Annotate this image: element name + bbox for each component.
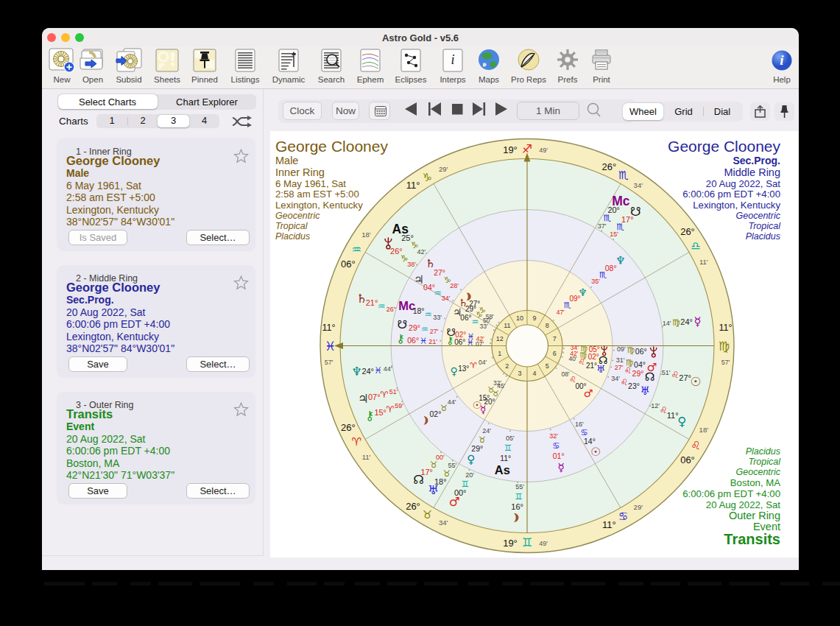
svg-text:26°: 26° <box>406 501 420 512</box>
svg-text:21': 21' <box>428 338 437 345</box>
svg-text:24°: 24° <box>680 317 693 326</box>
svg-text:♉: ♉ <box>492 389 499 398</box>
svg-text:♌: ♌ <box>660 405 668 415</box>
svg-text:07°: 07° <box>368 393 381 401</box>
svg-text:♒: ♒ <box>471 317 479 327</box>
svg-text:⚷: ⚷ <box>365 409 374 423</box>
svg-text:27': 27' <box>615 364 624 371</box>
svg-text:34': 34' <box>634 181 643 189</box>
svg-text:♒: ♒ <box>378 301 386 312</box>
svg-text:01°: 01° <box>553 451 565 460</box>
svg-text:02°: 02° <box>588 353 599 361</box>
svg-text:34': 34' <box>571 344 579 351</box>
svg-text:♂: ♂ <box>647 361 657 374</box>
svg-text:15°: 15° <box>374 408 387 417</box>
svg-text:♈: ♈ <box>470 361 477 370</box>
svg-text:23°: 23° <box>628 381 640 390</box>
svg-text:33': 33' <box>433 314 442 321</box>
svg-text:59': 59' <box>395 402 403 409</box>
svg-text:14°: 14° <box>584 437 596 446</box>
svg-text:34': 34' <box>611 375 620 382</box>
svg-text:12': 12' <box>651 402 660 409</box>
svg-text:♉: ♉ <box>442 468 451 479</box>
svg-text:55': 55' <box>515 483 524 490</box>
svg-text:♊: ♊ <box>504 443 512 453</box>
svg-text:♒: ♒ <box>434 288 442 298</box>
svg-text:☋: ☋ <box>398 318 408 331</box>
svg-text:♌: ♌ <box>671 370 680 380</box>
svg-text:26°: 26° <box>602 161 617 172</box>
svg-text:21°: 21° <box>366 298 378 307</box>
svg-text:18': 18' <box>699 426 709 434</box>
svg-text:00': 00' <box>436 454 445 461</box>
svg-text:♓: ♓ <box>467 338 474 348</box>
svg-text:29°: 29° <box>471 444 483 453</box>
svg-text:♍: ♍ <box>719 339 730 354</box>
svg-text:♌: ♌ <box>569 375 576 384</box>
svg-text:7: 7 <box>553 335 557 342</box>
svg-text:18': 18' <box>361 231 371 239</box>
svg-text:45': 45' <box>497 382 505 390</box>
svg-text:12: 12 <box>496 335 504 342</box>
svg-text:18°: 18° <box>434 477 447 486</box>
svg-text:♃: ♃ <box>358 392 369 406</box>
svg-text:♊: ♊ <box>515 491 523 502</box>
svg-text:51': 51' <box>662 369 671 376</box>
svg-text:24': 24' <box>482 427 491 435</box>
svg-text:♆: ♆ <box>615 254 626 267</box>
svg-text:♌: ♌ <box>621 377 628 387</box>
svg-text:09°: 09° <box>569 295 580 303</box>
svg-text:⚷: ⚷ <box>397 332 405 345</box>
svg-text:33': 33' <box>480 323 488 330</box>
svg-text:20': 20' <box>465 471 474 479</box>
svg-text:29°: 29° <box>465 305 476 313</box>
svg-text:2: 2 <box>505 362 509 370</box>
svg-text:06°: 06° <box>460 314 471 322</box>
svg-text:☿: ☿ <box>694 314 702 328</box>
svg-text:♓: ♓ <box>420 336 427 346</box>
svg-text:♆: ♆ <box>351 365 362 379</box>
svg-text:26°: 26° <box>680 226 695 237</box>
svg-text:29°: 29° <box>409 323 420 332</box>
svg-text:13°: 13° <box>458 365 469 373</box>
svg-text:29': 29' <box>439 165 448 173</box>
svg-text:i: i <box>451 52 454 67</box>
svg-text:20°: 20° <box>484 398 495 406</box>
svg-text:4: 4 <box>532 370 536 377</box>
svg-text:28': 28' <box>450 282 459 289</box>
svg-text:27°: 27° <box>679 373 691 382</box>
svg-text:24°: 24° <box>361 367 374 376</box>
svg-text:6: 6 <box>553 350 557 357</box>
svg-text:44': 44' <box>448 398 456 406</box>
svg-text:♋: ♋ <box>618 510 628 523</box>
svg-text:♍: ♍ <box>672 317 680 328</box>
svg-text:♀: ♀ <box>451 365 458 377</box>
svg-text:11°: 11° <box>406 180 420 191</box>
svg-text:08': 08' <box>561 370 569 378</box>
svg-text:♍: ♍ <box>580 344 587 354</box>
svg-text:11': 11' <box>699 258 708 266</box>
svg-text:57': 57' <box>325 359 333 366</box>
svg-text:♓: ♓ <box>325 339 336 354</box>
svg-text:8: 8 <box>546 322 549 329</box>
svg-text:♀: ♀ <box>677 415 686 429</box>
svg-text:51': 51' <box>389 388 398 395</box>
svg-text:As: As <box>495 463 510 476</box>
svg-text:1: 1 <box>498 350 501 357</box>
svg-text:♈: ♈ <box>352 435 361 449</box>
svg-text:14': 14' <box>663 320 671 327</box>
svg-text:♒: ♒ <box>352 243 361 256</box>
svg-text:06°: 06° <box>341 259 356 270</box>
svg-text:00°: 00° <box>454 488 467 497</box>
svg-text:49': 49' <box>539 147 548 154</box>
svg-text:26°: 26° <box>341 422 356 433</box>
svg-text:♃: ♃ <box>414 273 424 286</box>
svg-text:♍: ♍ <box>626 357 633 367</box>
svg-text:♈: ♈ <box>387 404 395 415</box>
svg-text:♋: ♋ <box>581 427 588 437</box>
svg-text:♀: ♀ <box>467 453 475 466</box>
svg-text:11°: 11° <box>719 323 733 333</box>
svg-text:♏: ♏ <box>564 300 571 310</box>
svg-text:☉: ☉ <box>590 446 601 459</box>
svg-text:♉: ♉ <box>423 508 432 521</box>
